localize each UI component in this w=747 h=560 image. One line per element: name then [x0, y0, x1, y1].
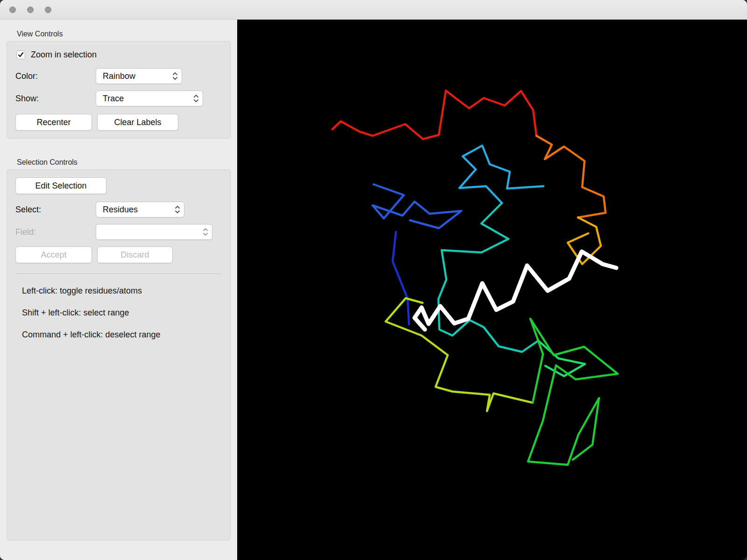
accept-button: Accept: [15, 246, 92, 263]
trace-segment-white-selection[interactable]: [415, 252, 616, 329]
view-controls-group: Zoom in selection Color: Rainbow: [7, 41, 231, 139]
spacer: [7, 139, 231, 154]
select-label: Select:: [15, 205, 96, 215]
select-dropdown-value: Residues: [103, 205, 138, 215]
show-dropdown-value: Trace: [103, 94, 124, 104]
field-row: Field:: [15, 224, 222, 240]
close-button[interactable]: [9, 7, 16, 13]
trace-segment-gold[interactable]: [568, 217, 601, 264]
show-label: Show:: [15, 94, 96, 104]
sidebar: View Controls Zoom in selection Color: R…: [0, 20, 237, 560]
trace-segment-blue[interactable]: [373, 184, 461, 228]
color-dropdown[interactable]: Rainbow: [96, 68, 182, 84]
chevron-updown-icon: [193, 94, 199, 103]
zoom-window-button[interactable]: [45, 7, 51, 13]
selection-buttons-row: Accept Discard: [15, 246, 222, 263]
chevron-updown-icon: [172, 71, 178, 81]
trace-segment-green-bottom[interactable]: [528, 319, 618, 465]
chevron-updown-icon: [203, 227, 208, 237]
recenter-button[interactable]: Recenter: [15, 114, 92, 131]
trace-segment-spring-green[interactable]: [538, 341, 585, 376]
molecule-viewport[interactable]: [237, 20, 747, 560]
clear-labels-button[interactable]: Clear Labels: [97, 114, 178, 131]
color-label: Color:: [15, 71, 96, 81]
color-row: Color: Rainbow: [15, 68, 222, 84]
trace-segment-orange[interactable]: [536, 136, 606, 217]
checkbox-icon[interactable]: [16, 50, 25, 59]
help-shift-click: Shift + left-click: select range: [22, 308, 222, 318]
view-buttons-row: Recenter Clear Labels: [15, 114, 222, 131]
zoom-in-selection-label: Zoom in selection: [31, 50, 97, 60]
main-content: View Controls Zoom in selection Color: R…: [0, 20, 747, 560]
trace-segment-cyan-top[interactable]: [459, 146, 543, 203]
selection-controls-group: Edit Selection Select: Residues: [7, 169, 231, 540]
selection-controls-title: Selection Controls: [17, 158, 231, 167]
chevron-updown-icon: [175, 205, 180, 214]
check-icon: [18, 52, 24, 58]
color-dropdown-value: Rainbow: [103, 71, 135, 81]
select-row: Select: Residues: [15, 202, 222, 217]
help-command-click: Command + left-click: deselect range: [22, 330, 222, 340]
trace-segment-red-n-terminus[interactable]: [332, 91, 536, 139]
edit-selection-button[interactable]: Edit Selection: [15, 177, 106, 194]
help-left-click: Left-click: toggle residues/atoms: [22, 286, 222, 296]
field-label: Field:: [15, 227, 96, 237]
minimize-button[interactable]: [27, 7, 34, 13]
show-row: Show: Trace: [15, 91, 222, 106]
zoom-in-selection-checkbox[interactable]: Zoom in selection: [16, 50, 222, 60]
show-dropdown[interactable]: Trace: [96, 91, 203, 106]
field-dropdown: [96, 224, 212, 240]
discard-button: Discard: [97, 246, 173, 263]
app-window: View Controls Zoom in selection Color: R…: [0, 0, 747, 560]
title-bar[interactable]: [0, 0, 747, 20]
view-controls-title: View Controls: [17, 30, 231, 38]
protein-trace-rendering[interactable]: [237, 20, 747, 560]
select-dropdown[interactable]: Residues: [96, 202, 184, 217]
divider: [15, 273, 222, 274]
